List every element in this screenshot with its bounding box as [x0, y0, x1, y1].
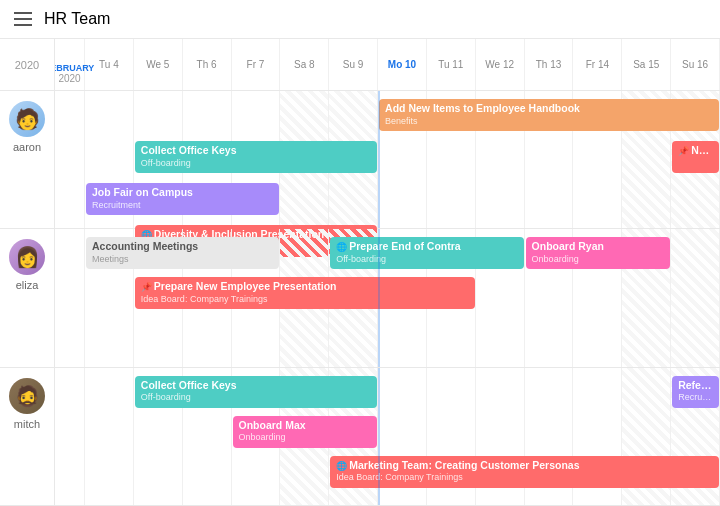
col-header-Mo10: Mo 10 — [378, 39, 427, 90]
timeline: 2020 🧑 aaron 👩 eliza 🧔 mitch FEBRUARY202… — [0, 39, 720, 506]
avatar-label-eliza: eliza — [16, 279, 39, 291]
avatar-aaron: 🧑 — [9, 101, 45, 137]
cal-row-eliza: Accounting MeetingsMeetings🌐Prepare End … — [55, 229, 720, 367]
col-header-Fr7: Fr 7 — [232, 39, 281, 90]
cal-row-mitch: Collect Office KeysOff-boardingOnboard M… — [55, 368, 720, 506]
col-header-Sa8: Sa 8 — [280, 39, 329, 90]
col-header-Th6: Th 6 — [183, 39, 232, 90]
avatar-eliza: 👩 — [9, 239, 45, 275]
event-mitch-2[interactable]: 🌐Marketing Team: Creating Customer Perso… — [330, 456, 719, 488]
col-header-We5: We 5 — [134, 39, 183, 90]
header: HR Team — [0, 0, 720, 39]
event-eliza-2[interactable]: Onboard RyanOnboarding — [526, 237, 671, 269]
event-mitch-3[interactable]: ReferendoRecruitmest — [672, 376, 719, 408]
col-header-We12: We 12 — [476, 39, 525, 90]
event-aaron-2[interactable]: Job Fair on CampusRecruitment — [86, 183, 279, 215]
calendar-rows: Add New Items to Employee HandbookBenefi… — [55, 91, 720, 506]
col-header-Su9: Su 9 — [329, 39, 378, 90]
avatar-row-mitch: 🧔 mitch — [0, 368, 54, 506]
cal-row-aaron: Add New Items to Employee HandbookBenefi… — [55, 91, 720, 229]
cell-mitch-col0 — [85, 368, 134, 505]
app: HR Team 2020 🧑 aaron 👩 eliza 🧔 mitch — [0, 0, 720, 506]
col-header-Tu11: Tu 11 — [427, 39, 476, 90]
avatar-row-aaron: 🧑 aaron — [0, 91, 54, 229]
header-title: HR Team — [44, 10, 110, 28]
avatar-panel: 2020 🧑 aaron 👩 eliza 🧔 mitch — [0, 39, 55, 506]
avatar-label-aaron: aaron — [13, 141, 41, 153]
col-header-Fr14: Fr 14 — [573, 39, 622, 90]
col-header-Th13: Th 13 — [525, 39, 574, 90]
event-mitch-1[interactable]: Onboard MaxOnboarding — [233, 416, 378, 448]
col-header-Tu4: Tu 4 — [85, 39, 134, 90]
col-header-Sa15: Sa 15 — [622, 39, 671, 90]
hamburger-button[interactable] — [14, 12, 32, 26]
event-aaron-4[interactable]: 📌New Idea Bo — [672, 141, 719, 173]
avatar-label-mitch: mitch — [14, 418, 40, 430]
calendar-grid: FEBRUARY2020Tu 4We 5Th 6Fr 7Sa 8Su 9Mo 1… — [55, 39, 720, 506]
event-aaron-0[interactable]: Add New Items to Employee HandbookBenefi… — [379, 99, 719, 131]
event-aaron-1[interactable]: Collect Office KeysOff-boarding — [135, 141, 377, 173]
event-eliza-3[interactable]: 📌Prepare New Employee PresentationIdea B… — [135, 277, 475, 309]
column-headers: FEBRUARY2020Tu 4We 5Th 6Fr 7Sa 8Su 9Mo 1… — [55, 39, 720, 91]
avatar-mitch: 🧔 — [9, 378, 45, 414]
year-label: 2020 — [0, 39, 54, 91]
cell-eliza-col12 — [671, 229, 720, 366]
event-eliza-1[interactable]: 🌐Prepare End of ContraOff-boarding — [330, 237, 523, 269]
event-eliza-0[interactable]: Accounting MeetingsMeetings — [86, 237, 279, 269]
col-header-Su16: Su 16 — [671, 39, 720, 90]
event-mitch-0[interactable]: Collect Office KeysOff-boarding — [135, 376, 377, 408]
avatar-row-eliza: 👩 eliza — [0, 229, 54, 367]
